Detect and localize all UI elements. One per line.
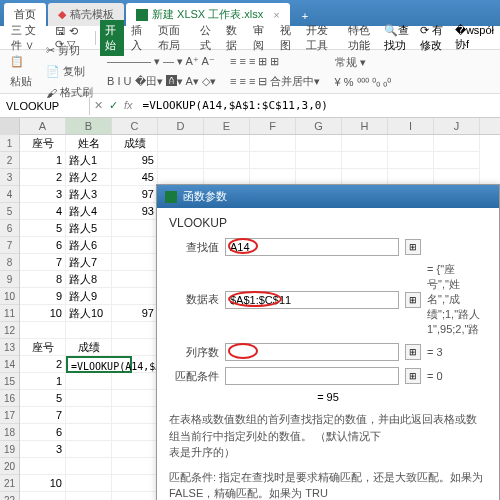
range-picker-icon[interactable]: ⊞ [405,239,421,255]
cell[interactable]: 97 [112,186,158,203]
name-box[interactable]: VLOOKUP [0,97,90,115]
align-buttons2[interactable]: ≡ ≡ ≡ ⊟ 合并居中▾ [226,72,324,91]
number-format[interactable]: 常规 ▾ [331,53,395,72]
cell[interactable]: 6 [20,237,66,254]
cell[interactable]: 6 [20,424,66,441]
row-header[interactable]: 5 [0,203,19,220]
cell[interactable]: 路人8 [66,271,112,288]
row-header[interactable]: 6 [0,220,19,237]
cell[interactable]: 9 [20,288,66,305]
cut-button[interactable]: ✂ 剪切 [42,41,97,60]
row-header[interactable]: 3 [0,169,19,186]
cell[interactable]: 姓名 [66,135,112,152]
row-header[interactable]: 22 [0,492,19,500]
font-style[interactable]: B I U �田▾ 🅰▾ A▾ ◇▾ [103,72,220,91]
row-header[interactable]: 10 [0,288,19,305]
row-header[interactable]: 14 [0,356,19,373]
cell[interactable] [112,441,158,458]
cell[interactable] [112,373,158,390]
menu-data[interactable]: 数据 [221,20,246,56]
cell[interactable] [250,135,296,152]
cell[interactable]: 路人3 [66,186,112,203]
param-input-0[interactable]: A14 [225,238,399,256]
cell[interactable] [112,407,158,424]
col-header-E[interactable]: E [204,118,250,134]
cell[interactable]: 路人6 [66,237,112,254]
cell[interactable]: 93 [112,203,158,220]
row-header[interactable]: 7 [0,237,19,254]
cell[interactable]: 路人4 [66,203,112,220]
row-header[interactable]: 21 [0,475,19,492]
range-picker-icon[interactable]: ⊞ [405,368,421,384]
cell[interactable] [434,135,480,152]
coop-button[interactable]: �współ 协f [455,24,494,52]
cell[interactable] [112,220,158,237]
cell[interactable] [204,135,250,152]
range-picker-icon[interactable]: ⊞ [405,344,421,360]
cell[interactable]: 座号 [20,339,66,356]
range-picker-icon[interactable]: ⊞ [405,292,421,308]
cell[interactable] [158,135,204,152]
cell[interactable] [434,152,480,169]
cell[interactable]: 10 [20,475,66,492]
cell[interactable] [20,492,66,500]
row-header[interactable]: 17 [0,407,19,424]
menu-view[interactable]: 视图 [275,20,300,56]
cell[interactable]: 7 [20,254,66,271]
row-header[interactable]: 20 [0,458,19,475]
param-input-1[interactable]: $A$1:$C$11 [225,291,399,309]
row-header[interactable]: 13 [0,339,19,356]
row-header[interactable]: 9 [0,271,19,288]
cell[interactable] [204,152,250,169]
font-select[interactable]: ———— ▾ — ▾ A⁺ A⁻ [103,53,220,70]
cell[interactable] [20,458,66,475]
row-header[interactable]: 15 [0,373,19,390]
col-header-B[interactable]: B [66,118,112,134]
fx-icon[interactable]: fx [124,99,133,112]
cell[interactable]: 10 [20,305,66,322]
row-header[interactable]: 2 [0,152,19,169]
cell[interactable] [66,458,112,475]
cell[interactable] [112,458,158,475]
cell[interactable]: 3 [20,441,66,458]
cell[interactable]: 路人10 [66,305,112,322]
cell[interactable]: 97 [112,305,158,322]
col-header-C[interactable]: C [112,118,158,134]
cell[interactable] [112,339,158,356]
dialog-titlebar[interactable]: 函数参数 [157,185,499,208]
cell[interactable] [112,271,158,288]
cell[interactable]: 路人5 [66,220,112,237]
accept-formula-icon[interactable]: ✓ [109,99,118,112]
cell[interactable]: 成绩 [112,135,158,152]
number-buttons[interactable]: ¥ % ⁰⁰⁰ ⁰₀ ₀⁰ [331,74,395,91]
cell[interactable]: 95 [112,152,158,169]
row-header[interactable]: 1 [0,135,19,152]
row-header[interactable]: 19 [0,441,19,458]
menu-special[interactable]: 特色功能 [343,20,382,56]
col-header-A[interactable]: A [20,118,66,134]
param-input-2[interactable] [225,343,399,361]
col-header-I[interactable]: I [388,118,434,134]
menu-layout[interactable]: 页面布局 [153,20,192,56]
menu-dev[interactable]: 开发工具 [301,20,340,56]
cell[interactable]: 2 [20,356,66,373]
cell[interactable]: 5 [20,390,66,407]
cell[interactable]: 7 [20,407,66,424]
col-header-D[interactable]: D [158,118,204,134]
cell[interactable] [112,254,158,271]
row-header[interactable]: 12 [0,322,19,339]
cell[interactable] [66,407,112,424]
cell[interactable] [342,152,388,169]
cell[interactable] [20,322,66,339]
cell[interactable]: 3 [20,186,66,203]
cell[interactable] [112,288,158,305]
row-header[interactable]: 18 [0,424,19,441]
cell[interactable]: 4 [20,203,66,220]
col-header-G[interactable]: G [296,118,342,134]
cell[interactable] [66,424,112,441]
cell[interactable] [342,135,388,152]
cell[interactable]: 路人7 [66,254,112,271]
align-buttons[interactable]: ≡ ≡ ≡ ⊞ ⊞ [226,53,324,70]
cell[interactable] [296,135,342,152]
cell[interactable]: 5 [20,220,66,237]
